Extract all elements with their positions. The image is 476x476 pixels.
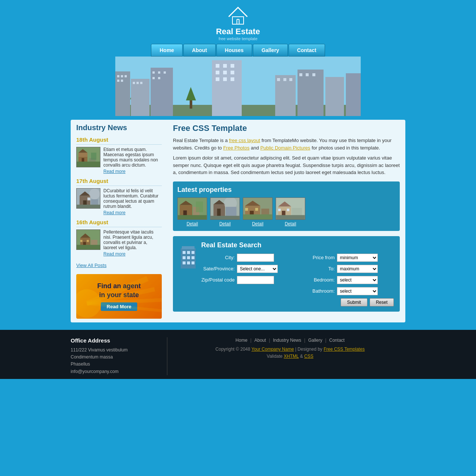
state-select[interactable]: Select one... Alabama Alaska Arizona Cal…: [237, 265, 278, 273]
property-detail-1[interactable]: Detail: [187, 221, 198, 226]
svg-rect-104: [276, 215, 305, 219]
svg-rect-25: [158, 77, 160, 79]
news-date-2: 17th August: [76, 178, 162, 186]
property-thumb-1: [177, 197, 207, 220]
svg-rect-44: [306, 73, 309, 76]
news-thumb-3: [76, 229, 100, 250]
price-from-select[interactable]: minimum 100,000 200,000 300,000 500,000: [337, 254, 378, 262]
nav-gallery[interactable]: Gallery: [253, 44, 287, 57]
footer-nav-about[interactable]: About: [254, 338, 266, 343]
footer-designer-link[interactable]: Free CSS Templates: [324, 347, 365, 352]
svg-rect-37: [298, 70, 324, 116]
property-item-4: Detail: [276, 197, 305, 226]
footer-company-link[interactable]: Your Company Name: [251, 347, 294, 352]
nav-home[interactable]: Home: [151, 44, 183, 57]
nav-about[interactable]: About: [183, 44, 215, 57]
logo-subtitle: free website template: [216, 36, 260, 41]
bedroom-select[interactable]: select 1 2 3 4 5+: [337, 276, 378, 284]
svg-rect-15: [125, 75, 127, 77]
left-column: Industry News 18th August: [71, 120, 167, 322]
read-more-3[interactable]: Read more: [103, 251, 162, 257]
svg-rect-96: [243, 214, 272, 219]
price-to-label: To:: [301, 266, 335, 271]
news-date-1: 18th August: [76, 136, 162, 145]
svg-rect-67: [87, 240, 89, 242]
property-detail-4[interactable]: Detail: [285, 221, 296, 226]
svg-rect-29: [231, 64, 234, 68]
footer-copyright: Copyright © 2048 Your Company Name | Des…: [175, 346, 405, 360]
nav-contact[interactable]: Contact: [289, 44, 325, 57]
read-more-2[interactable]: Read more: [103, 210, 162, 215]
footer-right: Home | About | Industry News | Gallery |…: [167, 337, 405, 375]
news-text-3: Pellentesque vitae iaculis nisi. Praesen…: [103, 229, 154, 250]
svg-rect-19: [136, 82, 139, 84]
svg-rect-35: [231, 77, 234, 81]
submit-button[interactable]: Submit: [341, 298, 367, 306]
search-right-fields: Price from minimum 100,000 200,000 300,0…: [301, 254, 394, 306]
reset-button[interactable]: Reset: [370, 298, 394, 306]
svg-rect-41: [283, 78, 286, 81]
svg-rect-93: [245, 208, 248, 211]
zip-label: Zip/Postal code: [201, 277, 235, 283]
link-free-photos[interactable]: Free Photos: [223, 145, 250, 151]
footer-nav: Home | About | Industry News | Gallery |…: [175, 337, 405, 343]
svg-rect-12: [151, 68, 173, 116]
svg-rect-16: [117, 80, 119, 82]
svg-rect-33: [216, 77, 219, 81]
footer-inner: Office Address 111/222 Vivamus vestibulu…: [71, 337, 405, 375]
svg-rect-109: [192, 251, 194, 254]
footer-nav-contact[interactable]: Contact: [329, 338, 344, 343]
read-more-1[interactable]: Read more: [103, 169, 162, 174]
agent-banner: Find an agent in your state Read More: [76, 274, 162, 319]
svg-rect-13: [117, 75, 119, 77]
footer-nav-industry-news[interactable]: Industry News: [273, 338, 301, 343]
price-to-select[interactable]: maximum 200,000 300,000 500,000 1,000,00…: [337, 265, 378, 273]
svg-rect-94: [255, 208, 258, 211]
svg-rect-108: [187, 251, 190, 254]
svg-point-60: [89, 189, 100, 199]
logo-title: Real Estate: [216, 27, 260, 36]
site-logo: Real Estate free website template: [216, 4, 260, 41]
svg-rect-48: [78, 152, 87, 157]
city-input[interactable]: [237, 254, 274, 262]
svg-rect-39: [346, 73, 361, 116]
content-area: Industry News 18th August: [71, 120, 405, 322]
news-thumb-2: [76, 188, 100, 209]
property-detail-2[interactable]: Detail: [219, 221, 231, 226]
svg-rect-38: [325, 77, 344, 116]
link-public-domain[interactable]: Public Domain Pictures: [260, 145, 310, 151]
footer-xhtml-link[interactable]: XHTML: [284, 354, 299, 359]
bathroom-select[interactable]: select 1 2 3 4+: [337, 287, 378, 295]
link-free-css[interactable]: free css layout: [229, 138, 260, 143]
search-left-fields: City: Sate/Province: Select one... Alaba…: [201, 254, 294, 306]
svg-rect-81: [196, 201, 203, 212]
property-detail-3[interactable]: Detail: [252, 221, 264, 226]
footer-nav-home[interactable]: Home: [235, 338, 247, 343]
city-label: City:: [201, 255, 235, 260]
svg-rect-18: [133, 82, 135, 84]
zip-input[interactable]: [237, 276, 274, 284]
intro-paragraph-2: Lorem ipsum dolor sit amet, consectetur …: [173, 154, 400, 176]
svg-rect-28: [223, 64, 227, 68]
svg-rect-10: [115, 71, 130, 116]
search-title: Real Estate Search: [201, 241, 394, 249]
properties-grid: Detail: [177, 197, 395, 226]
view-all-posts[interactable]: View All Posts: [76, 263, 106, 268]
state-label: Sate/Province:: [201, 266, 235, 271]
latest-properties: Latest properties: [173, 181, 400, 231]
footer-css-link[interactable]: CSS: [304, 354, 313, 359]
svg-rect-26: [212, 60, 242, 116]
news-text-2: DCurabitur id felis id velit luctus ferm…: [103, 188, 158, 209]
svg-rect-27: [216, 64, 219, 68]
svg-rect-17: [121, 80, 123, 82]
properties-title: Latest properties: [177, 186, 395, 194]
nav-houses[interactable]: Houses: [216, 44, 253, 57]
svg-rect-30: [216, 71, 219, 74]
svg-rect-114: [187, 261, 190, 264]
svg-rect-36: [275, 75, 296, 116]
footer-nav-gallery[interactable]: Gallery: [308, 338, 322, 343]
news-text-1: Etiam et metus quam. Maecenas egestas ip…: [103, 147, 158, 168]
svg-rect-23: [164, 71, 166, 74]
bathroom-row: Bathroom: select 1 2 3 4+: [301, 287, 394, 295]
form-buttons: Submit Reset: [301, 298, 394, 306]
